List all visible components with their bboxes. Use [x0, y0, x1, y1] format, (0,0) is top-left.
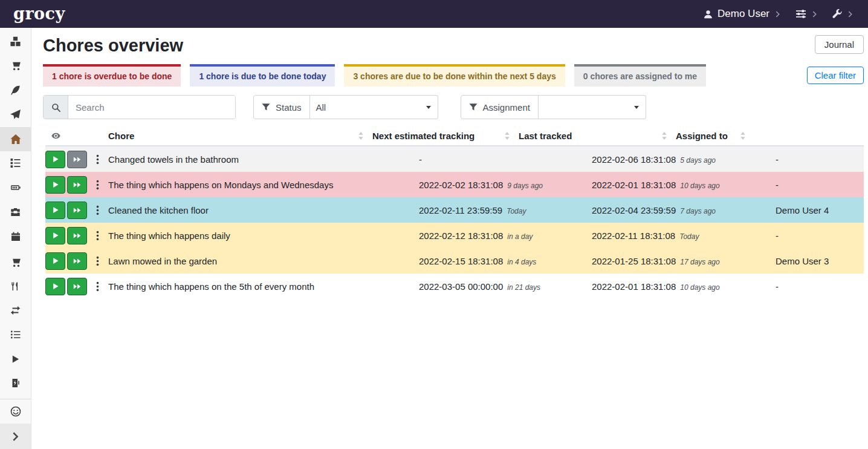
ellipsis-vertical-icon: [96, 281, 99, 292]
sidebar-item-meal-plan[interactable]: [0, 103, 31, 127]
manage-master-data-menu[interactable]: [795, 9, 817, 19]
assigned-to: Demo User 4: [776, 205, 864, 215]
last-tracked-date: 2022-02-06 18:31:08: [592, 154, 676, 165]
grocy-logo[interactable]: grocy: [13, 0, 65, 28]
exchange-icon: [10, 306, 21, 315]
last-tracked-date: 2022-02-01 18:31:08: [592, 180, 676, 190]
table-header: Chore Next estimated tracking Last track…: [45, 126, 864, 146]
search-addon: [44, 96, 68, 119]
play-icon: [52, 232, 59, 239]
sidebar-item-tasks[interactable]: [0, 151, 31, 175]
ellipsis-vertical-icon: [96, 205, 99, 215]
sidebar: [0, 28, 31, 449]
sidebar-item-inventory[interactable]: [0, 323, 31, 347]
assignment-filter-label-text: Assignment: [483, 102, 530, 113]
sort-icon: [740, 132, 746, 140]
fast-forward-icon: [73, 206, 81, 214]
settings-menu[interactable]: [832, 9, 852, 19]
sidebar-item-calendar[interactable]: [0, 224, 31, 249]
user-menu[interactable]: Demo User: [704, 8, 780, 20]
feather-icon: [10, 85, 21, 96]
sidebar-item-consume[interactable]: [0, 274, 31, 298]
due-today-summary-card[interactable]: 1 chore is due to be done today: [190, 64, 335, 87]
next-tracking-date: 2022-02-15 18:31:08: [419, 256, 503, 266]
sort-icon: [358, 132, 364, 140]
sidebar-item-purchase[interactable]: [0, 250, 31, 274]
assigned-to-me-summary-card[interactable]: 0 chores are assigned to me: [574, 64, 706, 87]
overdue-summary-card[interactable]: 1 chore is overdue to be done: [43, 64, 181, 87]
clear-filter-button[interactable]: Clear filter: [807, 67, 864, 84]
track-chore-button[interactable]: [45, 151, 65, 168]
chevron-right-icon: [776, 11, 780, 18]
row-menu-button[interactable]: [93, 153, 102, 166]
chore-name: The thing which happens on the 5th of ev…: [108, 281, 419, 292]
sidebar-expand-button[interactable]: [0, 424, 31, 449]
track-chore-button[interactable]: [45, 227, 65, 244]
next-tracking-date: 2022-02-02 18:31:08: [419, 180, 503, 190]
track-chore-button[interactable]: [45, 252, 65, 270]
due-soon-summary-card[interactable]: 3 chores are due to be done within the n…: [344, 64, 565, 87]
sidebar-item-transfer[interactable]: [0, 298, 31, 323]
track-chore-button[interactable]: [45, 278, 65, 295]
skip-chore-button[interactable]: [67, 278, 87, 295]
table-row: The thing which happens on Mondays and W…: [45, 172, 864, 197]
row-menu-button[interactable]: [93, 179, 102, 191]
column-header-assigned-to[interactable]: Assigned to: [676, 131, 754, 141]
sidebar-item-user-menu[interactable]: [0, 399, 31, 424]
chevron-right-icon: [12, 432, 19, 441]
toolbox-icon: [10, 207, 21, 217]
sidebar-item-shopping-list[interactable]: [0, 53, 31, 77]
track-chore-button[interactable]: [45, 202, 65, 219]
sidebar-item-chores-overview[interactable]: [0, 127, 31, 151]
search-input[interactable]: [68, 96, 235, 119]
column-header-last-tracked[interactable]: Last tracked: [519, 131, 676, 141]
column-header-next-estimated-tracking[interactable]: Next estimated tracking: [372, 131, 519, 141]
table-row: Changed towels in the bathroom - 2022-02…: [45, 146, 864, 172]
play-icon: [52, 181, 59, 188]
play-icon: [52, 257, 59, 264]
status-filter-value: All: [316, 102, 326, 113]
chevron-right-icon: [848, 11, 852, 18]
skip-chore-button[interactable]: [67, 176, 87, 194]
next-tracking-relative: in 4 days: [507, 258, 536, 266]
battery-icon: [10, 183, 21, 192]
skip-chore-button[interactable]: [67, 227, 87, 244]
status-filter-label: Status: [253, 95, 310, 119]
play-icon: [11, 355, 20, 364]
ellipsis-vertical-icon: [96, 180, 99, 190]
column-header-chore[interactable]: Chore: [108, 131, 372, 141]
sidebar-item-batteries-overview[interactable]: [0, 175, 31, 200]
toggle-columns-button[interactable]: [45, 131, 108, 140]
row-menu-button[interactable]: [93, 280, 102, 293]
next-tracking-date: 2022-02-12 18:31:08: [419, 231, 503, 241]
page-title: Chores overview: [43, 36, 183, 56]
sidebar-item-recipes[interactable]: [0, 79, 31, 103]
sidebar-item-chore-tracking[interactable]: [0, 347, 31, 371]
skip-chore-button[interactable]: [67, 202, 87, 219]
row-menu-button[interactable]: [93, 229, 102, 242]
status-filter-select[interactable]: All: [310, 95, 438, 119]
user-icon: [704, 10, 713, 19]
main-content: Chores overview Journal 1 chore is overd…: [31, 28, 868, 449]
skip-chore-button[interactable]: [67, 151, 87, 168]
sidebar-item-equipment[interactable]: [0, 200, 31, 224]
assignment-filter-select[interactable]: [539, 95, 646, 119]
skip-chore-button[interactable]: [67, 252, 87, 270]
sidebar-item-battery-tracking[interactable]: [0, 371, 31, 395]
row-menu-button[interactable]: [93, 204, 102, 217]
row-menu-button[interactable]: [93, 255, 102, 267]
track-chore-button[interactable]: [45, 176, 65, 194]
assigned-to: -: [776, 281, 864, 292]
status-filter-group: Status All: [253, 95, 438, 119]
caret-down-icon: [426, 106, 431, 109]
journal-button[interactable]: Journal: [815, 35, 864, 54]
sidebar-item-stock-overview[interactable]: [0, 29, 31, 53]
next-tracking-relative: in a day: [507, 232, 533, 241]
smiley-icon: [10, 406, 21, 417]
last-tracked-date: 2022-02-04 23:59:59: [592, 205, 676, 215]
utensils-icon: [11, 281, 20, 292]
chore-name: The thing which happens daily: [108, 231, 419, 241]
assigned-to: -: [776, 180, 864, 190]
assignment-filter-label: Assignment: [461, 95, 539, 119]
fast-forward-icon: [73, 283, 81, 290]
